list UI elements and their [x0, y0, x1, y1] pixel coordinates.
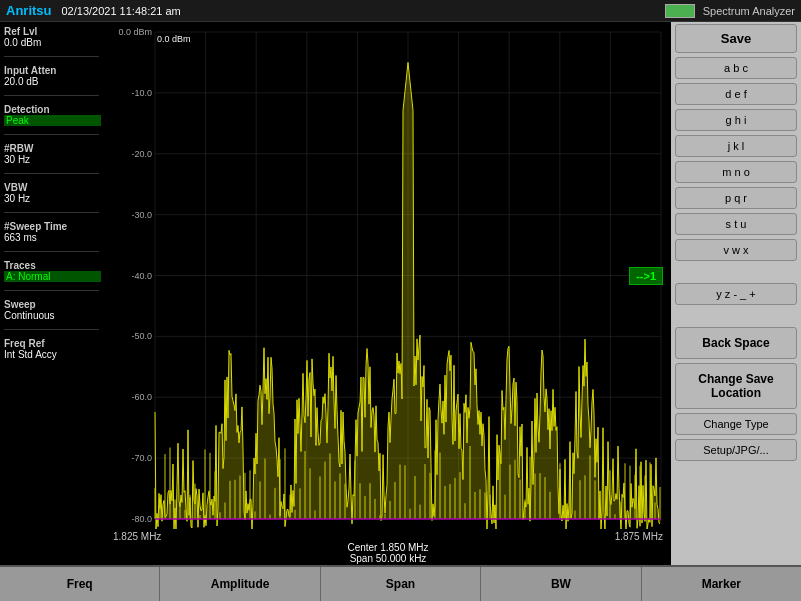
- divider: [4, 134, 99, 135]
- input-atten-block: Input Atten 20.0 dB: [4, 65, 101, 87]
- center-info: Center 1.850 MHz: [347, 542, 428, 553]
- left-panel: Ref Lvl 0.0 dBm Input Atten 20.0 dB Dete…: [0, 22, 105, 565]
- rbw-label: #RBW: [4, 143, 101, 154]
- traces-label: Traces: [4, 260, 101, 271]
- backspace-button[interactable]: Back Space: [675, 327, 797, 359]
- freq-ref-label: Freq Ref: [4, 338, 101, 349]
- vbw-label: VBW: [4, 182, 101, 193]
- bw-button[interactable]: BW: [481, 567, 641, 601]
- right-panel: Save a b c d e f g h i j k l m n o p q r…: [671, 22, 801, 565]
- logo: Anritsu: [6, 3, 52, 18]
- freq-ref-block: Freq Ref Int Std Accy: [4, 338, 101, 360]
- sweep-time-block: #Sweep Time 663 ms: [4, 221, 101, 243]
- divider: [4, 56, 99, 57]
- freq-ref-value: Int Std Accy: [4, 349, 101, 360]
- spacer: [671, 307, 801, 325]
- jkl-button[interactable]: j k l: [675, 135, 797, 157]
- freq-right: 1.875 MHz: [615, 531, 663, 542]
- main-area: Ref Lvl 0.0 dBm Input Atten 20.0 dB Dete…: [0, 22, 801, 565]
- traces-value: A: Normal: [4, 271, 101, 282]
- divider: [4, 251, 99, 252]
- pqr-button[interactable]: p q r: [675, 187, 797, 209]
- detection-value: Peak: [4, 115, 101, 126]
- span-info: Span 50.000 kHz: [350, 553, 427, 564]
- freq-labels: 1.825 MHz 1.875 MHz: [105, 531, 671, 542]
- ref-lvl-value: 0.0 dBm: [4, 37, 101, 48]
- divider: [4, 329, 99, 330]
- traces-block: Traces A: Normal: [4, 260, 101, 282]
- save-button[interactable]: Save: [675, 24, 797, 53]
- mno-button[interactable]: m n o: [675, 161, 797, 183]
- sweep-time-label: #Sweep Time: [4, 221, 101, 232]
- spectrum-label: Spectrum Analyzer: [703, 5, 795, 17]
- setup-button[interactable]: Setup/JPG/...: [675, 439, 797, 461]
- stu-button[interactable]: s t u: [675, 213, 797, 235]
- battery-icon: [665, 4, 695, 18]
- ghi-button[interactable]: g h i: [675, 109, 797, 131]
- marker-button[interactable]: Marker: [642, 567, 801, 601]
- chart-area: -->1 1.825 MHz 1.875 MHz Center 1.850 MH…: [105, 22, 671, 565]
- span-label: Span: [350, 553, 373, 564]
- divider: [4, 212, 99, 213]
- span-value: 50.000 kHz: [376, 553, 427, 564]
- sweep-label: Sweep: [4, 299, 101, 310]
- spectrum-chart: -->1: [105, 22, 671, 529]
- divider: [4, 290, 99, 291]
- sweep-value: Continuous: [4, 310, 101, 321]
- center-value: 1.850 MHz: [380, 542, 428, 553]
- spacer: [671, 263, 801, 281]
- amplitude-button[interactable]: Amplitude: [160, 567, 320, 601]
- def-button[interactable]: d e f: [675, 83, 797, 105]
- header: Anritsu 02/13/2021 11:48:21 am Spectrum …: [0, 0, 801, 22]
- change-save-location-button[interactable]: Change Save Location: [675, 363, 797, 409]
- vwx-button[interactable]: v w x: [675, 239, 797, 261]
- sweep-time-value: 663 ms: [4, 232, 101, 243]
- input-atten-value: 20.0 dB: [4, 76, 101, 87]
- spectrum-canvas: [105, 22, 671, 529]
- detection-block: Detection Peak: [4, 104, 101, 126]
- bottom-toolbar: Freq Amplitude Span BW Marker: [0, 565, 801, 601]
- yz-button[interactable]: y z - _ +: [675, 283, 797, 305]
- sweep-block: Sweep Continuous: [4, 299, 101, 321]
- datetime: 02/13/2021 11:48:21 am: [62, 5, 181, 17]
- vbw-value: 30 Hz: [4, 193, 101, 204]
- rbw-value: 30 Hz: [4, 154, 101, 165]
- x-axis: 1.825 MHz 1.875 MHz Center 1.850 MHz Spa…: [105, 529, 671, 565]
- freq-button[interactable]: Freq: [0, 567, 160, 601]
- arrow-button[interactable]: -->1: [629, 267, 663, 285]
- divider: [4, 95, 99, 96]
- center-label: Center: [347, 542, 377, 553]
- ref-lvl-block: Ref Lvl 0.0 dBm: [4, 26, 101, 48]
- divider: [4, 173, 99, 174]
- vbw-block: VBW 30 Hz: [4, 182, 101, 204]
- freq-left: 1.825 MHz: [113, 531, 161, 542]
- span-button[interactable]: Span: [321, 567, 481, 601]
- input-atten-label: Input Atten: [4, 65, 101, 76]
- abc-button[interactable]: a b c: [675, 57, 797, 79]
- detection-label: Detection: [4, 104, 101, 115]
- change-type-button[interactable]: Change Type: [675, 413, 797, 435]
- rbw-block: #RBW 30 Hz: [4, 143, 101, 165]
- ref-lvl-label: Ref Lvl: [4, 26, 101, 37]
